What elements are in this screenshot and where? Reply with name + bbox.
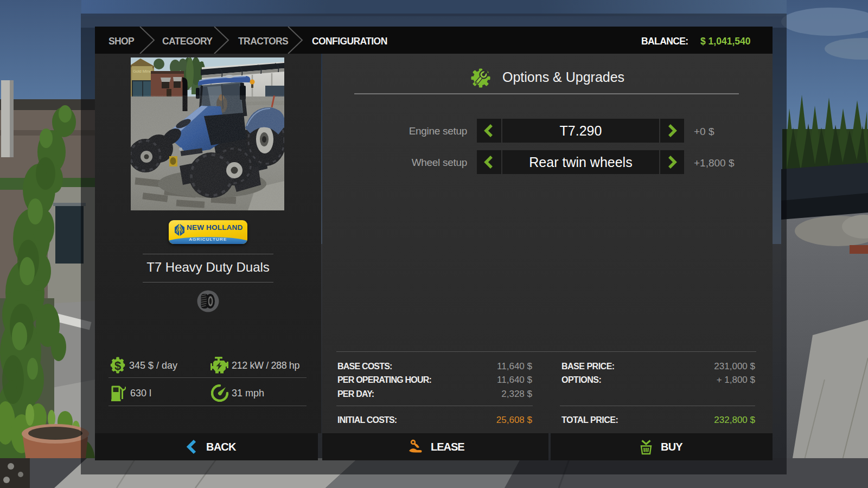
svg-text:$: $ [114, 359, 121, 373]
svg-text:Gold Mine: Gold Mine [133, 69, 151, 74]
